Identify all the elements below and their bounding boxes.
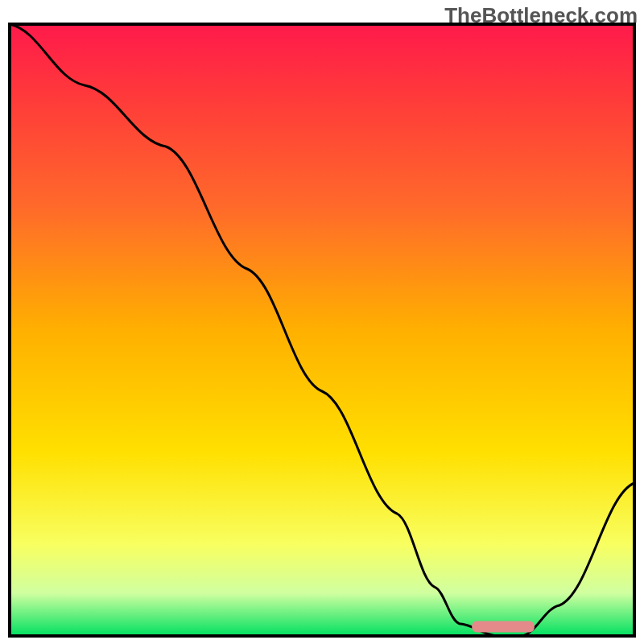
chart-frame: TheBottleneck.com — [0, 0, 644, 644]
gradient-background — [10, 24, 634, 636]
optimum-marker — [472, 621, 535, 633]
bottleneck-chart — [0, 0, 644, 644]
watermark-text: TheBottleneck.com — [444, 3, 638, 28]
